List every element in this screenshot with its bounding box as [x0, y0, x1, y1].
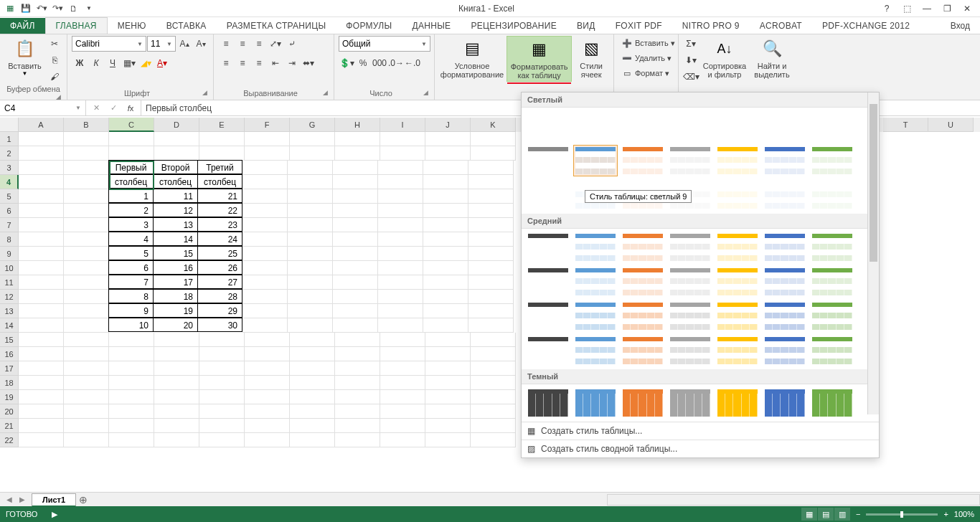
fill-color-button[interactable]: ◢▾: [138, 55, 154, 71]
cell[interactable]: [64, 132, 109, 146]
row-header[interactable]: 4: [0, 175, 19, 189]
cell[interactable]: [378, 247, 423, 261]
table-style-item[interactable]: [621, 145, 665, 176]
cell[interactable]: [242, 275, 288, 290]
col-header[interactable]: E: [199, 118, 245, 132]
cell[interactable]: [154, 404, 199, 419]
table-style-item[interactable]: [715, 110, 760, 142]
row-header[interactable]: 22: [0, 433, 19, 447]
cell[interactable]: [290, 404, 335, 419]
col-header[interactable]: I: [380, 118, 425, 132]
cell[interactable]: [109, 361, 154, 376]
cell[interactable]: [380, 419, 425, 433]
table-style-item[interactable]: [668, 335, 712, 366]
table-style-item[interactable]: [573, 387, 618, 419]
cell[interactable]: [378, 218, 423, 232]
col-header[interactable]: J: [425, 118, 471, 132]
table-style-item[interactable]: [763, 110, 807, 142]
undo-icon[interactable]: ↶▾: [34, 1, 49, 16]
cell[interactable]: [19, 261, 64, 275]
cell[interactable]: [245, 361, 290, 376]
cell[interactable]: [290, 361, 335, 376]
cell[interactable]: [242, 189, 288, 204]
row-header[interactable]: 12: [0, 290, 19, 304]
restore-icon[interactable]: ❐: [940, 1, 954, 16]
save-icon[interactable]: 💾: [19, 1, 33, 16]
cell[interactable]: [471, 433, 516, 447]
cell[interactable]: [242, 161, 288, 175]
cell[interactable]: [425, 361, 471, 376]
cell[interactable]: [19, 275, 64, 290]
bold-button[interactable]: Ж: [72, 55, 88, 71]
table-style-item[interactable]: [763, 145, 807, 176]
cell[interactable]: [423, 204, 468, 218]
cell[interactable]: [333, 218, 378, 232]
cell[interactable]: [199, 333, 245, 347]
cell[interactable]: [290, 132, 335, 146]
cell[interactable]: [333, 204, 378, 218]
cell[interactable]: [468, 161, 514, 175]
cell[interactable]: столбец: [153, 174, 198, 189]
cell[interactable]: [64, 433, 109, 447]
cell[interactable]: [380, 347, 425, 361]
cell[interactable]: [288, 204, 333, 218]
cell[interactable]: [64, 318, 109, 333]
cell[interactable]: [335, 146, 380, 161]
cell[interactable]: [290, 433, 335, 447]
cell[interactable]: [468, 318, 514, 333]
cell[interactable]: Первый: [108, 160, 154, 174]
cell[interactable]: [423, 175, 468, 189]
cell[interactable]: [64, 290, 109, 304]
cell[interactable]: [109, 347, 154, 361]
minimize-icon[interactable]: —: [920, 1, 934, 16]
cell[interactable]: [19, 175, 64, 189]
cell[interactable]: [380, 433, 425, 447]
cell[interactable]: [380, 376, 425, 390]
cell[interactable]: [109, 333, 154, 347]
cancel-formula-icon[interactable]: ✕: [89, 101, 103, 115]
enter-formula-icon[interactable]: ✓: [106, 101, 121, 115]
cell[interactable]: 8: [108, 289, 154, 303]
select-all-corner[interactable]: [0, 118, 19, 132]
row-header[interactable]: 20: [0, 404, 19, 419]
cell[interactable]: [154, 333, 199, 347]
cell[interactable]: [333, 275, 378, 290]
table-style-item[interactable]: [621, 335, 665, 366]
table-style-item[interactable]: [526, 232, 570, 263]
row-header[interactable]: 13: [0, 304, 19, 318]
cell[interactable]: [64, 232, 109, 247]
cell[interactable]: [333, 175, 378, 189]
cell[interactable]: [290, 390, 335, 404]
table-style-item[interactable]: [668, 145, 712, 176]
row-header[interactable]: 9: [0, 247, 19, 261]
format-as-table-button[interactable]: ▦ Форматировать как таблицу: [507, 36, 572, 82]
cell[interactable]: 20: [153, 318, 198, 332]
cell[interactable]: [471, 333, 516, 347]
cell[interactable]: [290, 376, 335, 390]
col-header[interactable]: D: [154, 118, 199, 132]
cell[interactable]: [423, 261, 468, 275]
cell[interactable]: [19, 433, 64, 447]
sheet-nav-prev-icon[interactable]: ◀: [4, 495, 14, 503]
cell[interactable]: [64, 333, 109, 347]
cell[interactable]: [290, 146, 335, 161]
table-style-item[interactable]: [810, 387, 854, 419]
table-style-item[interactable]: [810, 145, 854, 176]
cell[interactable]: [288, 218, 333, 232]
row-header[interactable]: 3: [0, 161, 19, 175]
table-style-item[interactable]: [715, 335, 760, 366]
cell[interactable]: [335, 361, 380, 376]
find-select-button[interactable]: 🔍 Найти и выделить: [750, 36, 793, 80]
copy-icon[interactable]: ⎘: [47, 52, 62, 68]
cell[interactable]: [468, 261, 514, 275]
font-color-button[interactable]: A▾: [154, 55, 170, 71]
cell[interactable]: [423, 218, 468, 232]
cell[interactable]: [471, 132, 516, 146]
cell[interactable]: [288, 304, 333, 318]
align-bottom-icon[interactable]: ≡: [251, 36, 267, 52]
cell[interactable]: [425, 132, 471, 146]
cell[interactable]: [109, 390, 154, 404]
font-family-combo[interactable]: Calibri▼: [72, 36, 146, 52]
col-header[interactable]: U: [928, 118, 974, 132]
cell[interactable]: [380, 146, 425, 161]
